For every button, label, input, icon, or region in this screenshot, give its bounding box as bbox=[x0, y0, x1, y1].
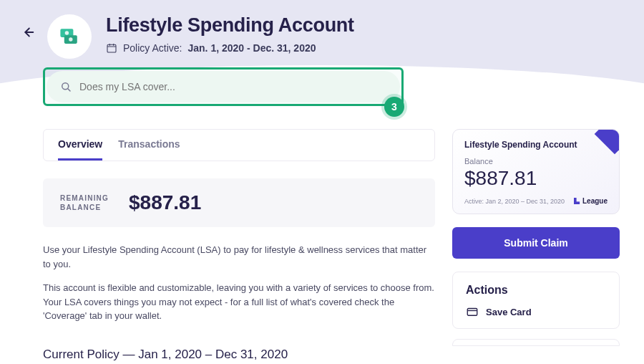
policy-active-dates: Jan. 1, 2020 - Dec. 31, 2020 bbox=[187, 42, 316, 54]
policy-active-label: Policy Active: bbox=[123, 42, 182, 54]
save-card-label: Save Card bbox=[486, 307, 532, 317]
tab-transactions[interactable]: Transactions bbox=[118, 138, 180, 161]
svg-point-3 bbox=[69, 37, 72, 41]
actions-title: Actions bbox=[466, 284, 606, 297]
card-title: Lifestyle Spending Account bbox=[464, 140, 608, 150]
search-highlight-border: 3 bbox=[43, 67, 404, 106]
search-icon bbox=[59, 80, 72, 93]
description-p1: Use your Lifestyle Spending Account (LSA… bbox=[43, 243, 435, 271]
arrow-left-icon bbox=[20, 24, 36, 40]
step-badge: 3 bbox=[384, 97, 404, 117]
current-policy-heading: Current Policy — Jan 1, 2020 – Dec 31, 2… bbox=[43, 348, 435, 362]
svg-rect-7 bbox=[574, 201, 580, 204]
actions-panel: Actions Save Card bbox=[452, 272, 620, 329]
league-logo-icon bbox=[574, 198, 580, 204]
svg-point-5 bbox=[62, 83, 69, 90]
submit-claim-button[interactable]: Submit Claim bbox=[452, 227, 620, 259]
search-callout: 3 bbox=[43, 67, 404, 106]
svg-rect-4 bbox=[107, 44, 116, 52]
svg-point-1 bbox=[65, 31, 69, 34]
tab-overview[interactable]: Overview bbox=[58, 138, 102, 161]
remaining-balance-bar: REMAINING BALANCE $887.81 bbox=[43, 178, 435, 227]
next-panel-peek bbox=[452, 339, 620, 346]
save-card-action[interactable]: Save Card bbox=[466, 305, 606, 318]
account-description: Use your Lifestyle Spending Account (LSA… bbox=[43, 243, 435, 323]
page-title: Lifestyle Spending Account bbox=[106, 14, 354, 37]
account-type-icon bbox=[47, 14, 92, 59]
balance-card: Lifestyle Spending Account Balance $887.… bbox=[452, 129, 620, 214]
calendar-icon bbox=[106, 42, 117, 54]
remaining-balance-amount: $887.81 bbox=[129, 191, 201, 214]
credit-card-icon bbox=[466, 305, 479, 318]
card-balance-label: Balance bbox=[464, 157, 608, 166]
card-brand: League bbox=[574, 197, 608, 205]
description-p2: This account is flexible and customizabl… bbox=[43, 281, 435, 323]
search-field-container[interactable] bbox=[47, 71, 400, 102]
back-arrow-button[interactable] bbox=[20, 24, 36, 40]
cash-stack-icon bbox=[57, 24, 82, 49]
search-input[interactable] bbox=[79, 81, 387, 92]
policy-active-line: Policy Active: Jan. 1, 2020 - Dec. 31, 2… bbox=[106, 42, 354, 54]
card-balance-amount: $887.81 bbox=[464, 167, 608, 190]
tabs-bar: Overview Transactions bbox=[43, 129, 435, 161]
svg-rect-8 bbox=[467, 309, 477, 316]
remaining-balance-label: REMAINING BALANCE bbox=[60, 193, 109, 212]
card-active-range: Active: Jan 2, 2020 – Dec 31, 2020 bbox=[464, 198, 565, 205]
